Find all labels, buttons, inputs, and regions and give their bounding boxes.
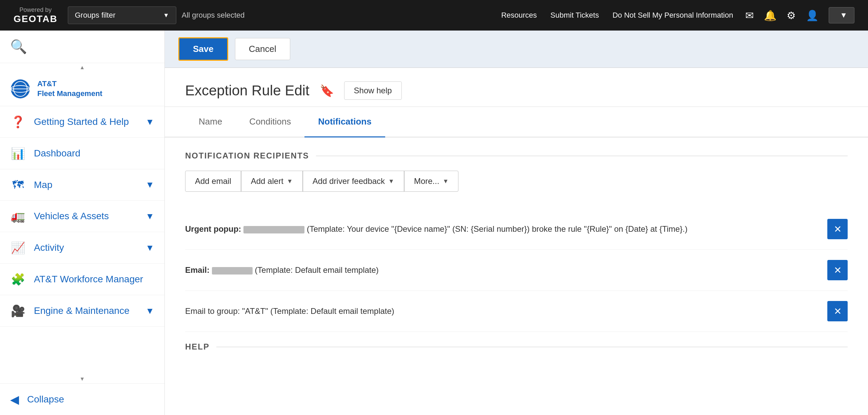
nav-icons: ✉ 🔔 ⚙ 👤 ▼ (745, 7, 854, 23)
email-template: (Template: Default email template) (255, 265, 378, 275)
submit-tickets-link[interactable]: Submit Tickets (550, 11, 599, 20)
gear-icon[interactable]: ⚙ (787, 10, 796, 21)
groups-filter-arrow-icon: ▼ (163, 12, 169, 19)
more-label: More... (414, 176, 439, 186)
cancel-button[interactable]: Cancel (235, 38, 290, 60)
user-menu-button[interactable]: ▼ (829, 7, 854, 23)
more-dropdown-icon: ▼ (443, 178, 449, 185)
urgent-popup-type: Urgent popup: (185, 224, 241, 233)
notification-row-email: Email: (Template: Default email template… (185, 250, 848, 291)
sidebar-item-label: Engine & Maintenance (34, 305, 145, 316)
email-to-group-text: Email to group: "AT&T" (Template: Defaul… (185, 305, 827, 317)
notification-row-urgent-popup: Urgent popup: (Template: Your device "{D… (185, 209, 848, 250)
add-email-label: Add email (195, 176, 231, 186)
question-circle-icon: ❓ (10, 115, 26, 129)
sidebar-item-label: Dashboard (34, 148, 154, 159)
email-type: Email: (185, 265, 210, 275)
tab-conditions[interactable]: Conditions (236, 107, 304, 137)
urgent-popup-redacted (243, 226, 304, 233)
groups-filter-button[interactable]: Groups filter ▼ (68, 6, 176, 24)
add-alert-dropdown-icon: ▼ (287, 178, 293, 185)
brand-name: GEOTAB (14, 14, 58, 24)
sidebar-brand: AT&T Fleet Management (0, 72, 164, 106)
sidebar-collapse-button[interactable]: ◀ Collapse (0, 383, 164, 415)
att-name: AT&T (37, 79, 102, 89)
tab-name[interactable]: Name (185, 107, 236, 137)
show-help-button[interactable]: Show help (344, 81, 402, 100)
notifications-content: NOTIFICATION RECIPIENTS Add email Add al… (165, 137, 868, 375)
groups-filter-area: Groups filter ▼ All groups selected (68, 6, 245, 24)
add-driver-feedback-button[interactable]: Add driver feedback ▼ (303, 171, 404, 192)
delete-urgent-popup-button[interactable]: ✕ (827, 219, 848, 239)
sidebar-item-label: Getting Started & Help (34, 116, 145, 127)
sidebar-scroll-down[interactable]: ▼ (0, 375, 164, 383)
email-to-group-content: Email to group: "AT&T" (Template: Defaul… (185, 306, 394, 316)
add-alert-button[interactable]: Add alert ▼ (241, 171, 303, 192)
puzzle-icon: 🧩 (10, 272, 26, 286)
sidebar-item-map[interactable]: 🗺 Map ▼ (0, 169, 164, 201)
map-icon: 🗺 (10, 178, 26, 191)
sidebar-item-activity[interactable]: 📈 Activity ▼ (0, 232, 164, 264)
sidebar-item-dashboard[interactable]: 📊 Dashboard (0, 138, 164, 169)
sidebar-item-label: Vehicles & Assets (34, 211, 145, 222)
bookmark-icon[interactable]: 🔖 (320, 84, 334, 97)
add-alert-label: Add alert (251, 176, 283, 186)
collapse-arrow-icon: ◀ (10, 393, 19, 406)
att-subtitle: Fleet Management (37, 89, 102, 99)
add-email-button[interactable]: Add email (185, 171, 241, 192)
help-section: HELP (185, 332, 848, 362)
resources-link[interactable]: Resources (501, 11, 537, 20)
chevron-down-icon: ▼ (145, 211, 154, 222)
sidebar: 🔍 ▲ AT&T Fleet Management ❓ Getting Star… (0, 31, 165, 415)
action-buttons: Add email Add alert ▼ Add driver feedbac… (185, 171, 848, 192)
powered-by-text: Powered by (19, 6, 52, 14)
engine-icon: 🎥 (10, 304, 26, 318)
top-navigation: Powered by GEOTAB Groups filter ▼ All gr… (0, 0, 868, 31)
notification-row-email-to-group: Email to group: "AT&T" (Template: Defaul… (185, 291, 848, 332)
sidebar-item-label: Activity (34, 242, 145, 253)
user-icon[interactable]: 👤 (806, 10, 818, 21)
urgent-popup-template: (Template: Your device "{Device name}" (… (307, 224, 688, 233)
scroll-up-icon: ▲ (80, 64, 85, 71)
sidebar-item-label: Map (34, 180, 145, 190)
add-driver-feedback-dropdown-icon: ▼ (388, 178, 394, 185)
att-logo-icon (10, 79, 31, 99)
dashboard-icon: 📊 (10, 147, 26, 160)
page-content: Exception Rule Edit 🔖 Show help Name Con… (165, 68, 868, 415)
main-layout: 🔍 ▲ AT&T Fleet Management ❓ Getting Star… (0, 31, 868, 415)
tabs: Name Conditions Notifications (165, 107, 868, 137)
page-title: Exception Rule Edit (185, 82, 310, 99)
bell-icon[interactable]: 🔔 (764, 10, 776, 21)
save-button[interactable]: Save (178, 37, 228, 61)
nav-left: Powered by GEOTAB Groups filter ▼ All gr… (14, 6, 245, 24)
page-header: Exception Rule Edit 🔖 Show help (165, 68, 868, 107)
email-text: Email: (Template: Default email template… (185, 264, 827, 276)
geotab-logo: Powered by GEOTAB (14, 6, 58, 24)
chevron-down-icon: ▼ (145, 180, 154, 190)
delete-email-button[interactable]: ✕ (827, 260, 848, 280)
search-icon[interactable]: 🔍 (10, 39, 27, 55)
all-groups-text: All groups selected (182, 11, 245, 20)
content-area: Save Cancel Exception Rule Edit 🔖 Show h… (165, 31, 868, 415)
delete-email-to-group-button[interactable]: ✕ (827, 301, 848, 321)
user-dropdown-arrow-icon: ▼ (840, 11, 847, 20)
sidebar-item-att-workforce[interactable]: 🧩 AT&T Workforce Manager (0, 264, 164, 295)
sidebar-item-getting-started[interactable]: ❓ Getting Started & Help ▼ (0, 106, 164, 138)
chevron-down-icon: ▼ (145, 306, 154, 316)
sidebar-item-vehicles-assets[interactable]: 🚛 Vehicles & Assets ▼ (0, 201, 164, 232)
do-not-sell-link[interactable]: Do Not Sell My Personal Information (612, 11, 733, 20)
sidebar-scroll-up[interactable]: ▲ (0, 63, 164, 72)
sidebar-item-label: AT&T Workforce Manager (34, 274, 154, 285)
sidebar-nav: ❓ Getting Started & Help ▼ 📊 Dashboard 🗺… (0, 106, 164, 375)
envelope-icon[interactable]: ✉ (745, 10, 754, 21)
help-section-title: HELP (185, 342, 848, 352)
collapse-label: Collapse (27, 394, 64, 405)
truck-icon: 🚛 (10, 209, 26, 223)
scroll-down-icon: ▼ (80, 376, 85, 382)
chevron-down-icon: ▼ (145, 243, 154, 253)
att-brand-text: AT&T Fleet Management (37, 79, 102, 98)
more-button[interactable]: More... ▼ (404, 171, 459, 192)
tab-notifications[interactable]: Notifications (304, 107, 385, 137)
groups-filter-label: Groups filter (75, 11, 116, 20)
sidebar-item-engine-maintenance[interactable]: 🎥 Engine & Maintenance ▼ (0, 295, 164, 327)
